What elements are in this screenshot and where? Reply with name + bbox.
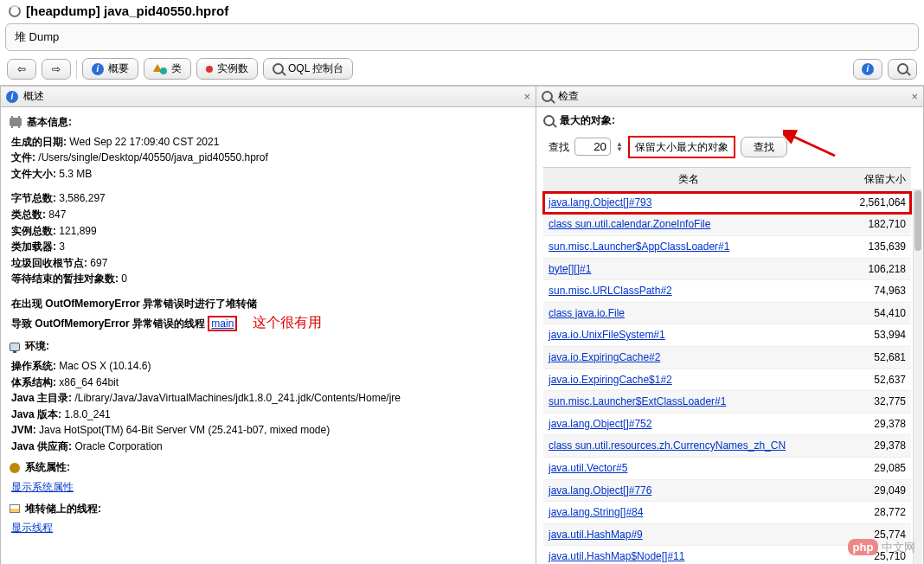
nav-forward-button[interactable]: ⇨ — [42, 59, 71, 80]
magnifier-icon — [273, 63, 284, 74]
overview-pane: i 概述 × 基本信息: 生成的日期: Wed Sep 22 17:09:40 … — [0, 86, 536, 564]
oom-thread-link[interactable]: main — [208, 316, 237, 331]
table-row[interactable]: java.lang.Object[]#77629,049 — [543, 480, 911, 503]
inspect-pane-header: 检查 × — [536, 87, 923, 107]
scrollbar[interactable] — [913, 189, 922, 564]
class-link[interactable]: sun.misc.Launcher$AppClassLoader#1 — [549, 240, 729, 253]
object-table: java.lang.Object[]#7932,561,064class sun… — [543, 192, 911, 564]
find-label: 查找 — [549, 139, 569, 156]
window-titlebar: [heapdump] java_pid40550.hprof — [0, 0, 924, 22]
oom-message-1: 在出现 OutOfMemoryError 异常错误时进行了堆转储 — [11, 298, 257, 310]
sysprops-heading: 系统属性: — [25, 459, 70, 476]
app-icon — [9, 5, 21, 17]
class-link[interactable]: sun.misc.URLClassPath#2 — [549, 285, 672, 297]
col-classname[interactable]: 类名 — [543, 168, 833, 191]
javahome-label: Java 主目录: — [11, 392, 72, 404]
find-button[interactable]: 查找 — [741, 137, 787, 158]
oql-button[interactable]: OQL 控制台 — [263, 58, 353, 80]
find-count-input[interactable] — [574, 138, 611, 156]
sort-mode-combo[interactable]: 保留大小最大的对象 — [628, 136, 735, 159]
table-row[interactable]: sun.misc.URLClassPath#274,963 — [543, 280, 911, 303]
filesize-label: 文件大小: — [11, 168, 56, 180]
table-row[interactable]: java.util.Vector#529,085 — [543, 458, 911, 480]
magnifier-icon — [897, 63, 908, 74]
tab-heapdump[interactable]: 堆 Dump — [15, 30, 59, 43]
jvm-label: JVM: — [11, 424, 36, 436]
table-row[interactable]: sun.misc.Launcher$ExtClassLoader#132,775 — [543, 391, 911, 413]
class-link[interactable]: java.lang.String[]#84 — [549, 506, 643, 518]
class-link[interactable]: java.io.ExpiringCache$1#2 — [549, 374, 672, 386]
info-icon: i — [862, 63, 874, 75]
monitor-icon — [10, 343, 20, 351]
table-row[interactable]: class java.io.File54,410 — [543, 303, 911, 325]
class-link[interactable]: java.io.ExpiringCache#2 — [549, 351, 660, 363]
classes-label: 类 — [171, 61, 182, 76]
class-link[interactable]: class java.io.File — [549, 307, 625, 319]
retained-size: 29,085 — [828, 460, 906, 477]
threads-heading: 堆转储上的线程: — [25, 501, 101, 517]
class-link[interactable]: class sun.util.calendar.ZoneInfoFile — [549, 218, 710, 230]
retained-size: 32,775 — [828, 394, 906, 410]
red-annotation: 这个很有用 — [253, 315, 322, 330]
class-link[interactable]: class sun.util.resources.zh.CurrencyName… — [549, 439, 786, 452]
retained-size: 29,378 — [828, 438, 906, 454]
jvm-value: Java HotSpot(TM) 64-Bit Server VM (25.24… — [39, 424, 330, 436]
arrow-left-icon: ⇦ — [17, 63, 26, 75]
instances-button[interactable]: 实例数 — [196, 58, 258, 80]
stepper-icon[interactable]: ▲▼ — [616, 142, 623, 152]
retained-size: 29,049 — [828, 483, 906, 499]
arch-value: x86_64 64bit — [59, 376, 119, 388]
retained-size: 106,218 — [828, 261, 906, 278]
shapes-icon — [153, 64, 167, 74]
class-link[interactable]: sun.misc.Launcher$ExtClassLoader#1 — [549, 395, 726, 407]
table-row[interactable]: java.lang.Object[]#7932,561,064 — [543, 192, 911, 215]
class-link[interactable]: java.util.HashMap#9 — [549, 529, 643, 541]
table-row[interactable]: java.io.ExpiringCache$1#252,637 — [543, 369, 911, 392]
magnifier-icon — [542, 91, 553, 102]
sort-mode-label: 保留大小最大的对象 — [635, 139, 728, 156]
filesize-value: 5.3 MB — [59, 168, 92, 180]
javaver-label: Java 版本: — [11, 408, 61, 420]
table-row[interactable]: java.lang.String[]#8428,772 — [543, 502, 911, 524]
search-panel-button[interactable] — [888, 59, 917, 80]
file-label: 文件: — [11, 151, 35, 163]
table-row[interactable]: byte[][]#1106,218 — [543, 259, 911, 281]
inspect-pane: 检查 × 最大的对象: 查找 ▲▼ 保留大小最大的对象 查找 类名 保留大小 j… — [536, 86, 924, 564]
close-icon[interactable]: × — [523, 90, 530, 103]
info-panel-button[interactable]: i — [853, 59, 882, 80]
class-link[interactable]: java.lang.Object[]#776 — [549, 484, 651, 497]
show-threads-link[interactable]: 显示线程 — [11, 522, 53, 534]
os-value: Mac OS X (10.14.6) — [59, 360, 151, 372]
summary-button[interactable]: i概要 — [82, 58, 138, 80]
class-link[interactable]: java.lang.Object[]#752 — [549, 418, 651, 430]
oql-label: OQL 控制台 — [288, 61, 343, 76]
retained-size: 52,637 — [828, 372, 906, 388]
show-sysprops-link[interactable]: 显示系统属性 — [11, 481, 74, 493]
col-retained-size[interactable]: 保留大小 — [833, 168, 911, 191]
close-icon[interactable]: × — [911, 90, 918, 103]
retained-size: 135,639 — [828, 239, 906, 255]
pending-label: 等待结束的暂挂对象数: — [11, 272, 119, 285]
class-link[interactable]: java.lang.Object[]#793 — [549, 196, 651, 208]
class-link[interactable]: byte[][]#1 — [549, 263, 591, 275]
nav-back-button[interactable]: ⇦ — [7, 59, 36, 80]
file-value: /Users/single/Desktop/40550/java_pid4055… — [38, 151, 268, 163]
chip-icon — [10, 118, 22, 126]
class-link[interactable]: java.io.UnixFileSystem#1 — [549, 329, 665, 341]
class-link[interactable]: java.util.Vector#5 — [549, 462, 627, 474]
class-link[interactable]: java.util.HashMap$Node[]#11 — [549, 550, 684, 562]
info-icon: i — [6, 91, 18, 103]
table-row[interactable]: java.io.UnixFileSystem#153,994 — [543, 324, 911, 347]
table-row[interactable]: class sun.util.resources.zh.CurrencyName… — [543, 435, 911, 458]
table-row[interactable]: java.lang.Object[]#75229,378 — [543, 413, 911, 436]
vendor-value: Oracle Corporation — [74, 440, 162, 452]
env-heading: 环境: — [25, 338, 49, 355]
basic-info-heading: 基本信息: — [27, 114, 72, 131]
table-row[interactable]: sun.misc.Launcher$AppClassLoader#1135,63… — [543, 236, 911, 259]
table-row[interactable]: java.io.ExpiringCache#252,681 — [543, 347, 911, 369]
retained-size: 53,994 — [828, 327, 906, 343]
table-row[interactable]: class sun.util.calendar.ZoneInfoFile182,… — [543, 214, 911, 236]
bytes-value: 3,586,297 — [59, 192, 105, 204]
arrow-right-icon: ⇨ — [52, 63, 61, 75]
classes-button[interactable]: 类 — [144, 58, 191, 80]
